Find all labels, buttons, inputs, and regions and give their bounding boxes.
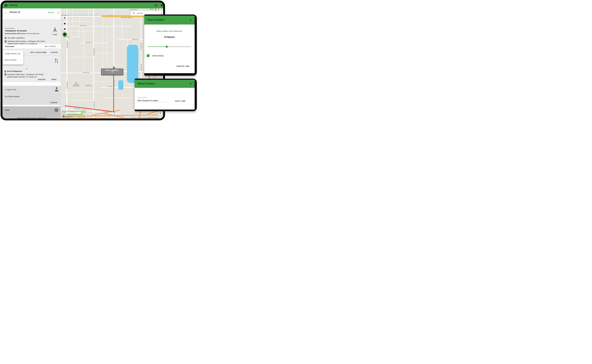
- street-label: NW 17th St: [83, 72, 89, 73]
- show-history-label: Show history: [152, 54, 164, 57]
- vehicle-marker-arrow-icon[interactable]: [112, 66, 115, 69]
- vehicle-tooltip[interactable]: VAN 24 - MAURICI... 5 mph: [101, 69, 123, 75]
- mapbox-logo-icon: ✶: [63, 115, 65, 117]
- traffic-vehicles-button[interactable]: [63, 21, 67, 26]
- track-point-time: Apr 1, 4:04 pm: [45, 46, 55, 47]
- show-history-checkbox[interactable]: ✓: [147, 54, 150, 57]
- fullscreen-button[interactable]: [63, 10, 67, 15]
- share-link-header: Share location ×: [135, 80, 195, 88]
- mapbox-logo: ✶ mapbox: [63, 115, 72, 117]
- route-address-line2: MIAMI-DADE COUNTY, FL 33182 US: [7, 76, 37, 78]
- poi-label: Sam's Club: [85, 84, 92, 86]
- attribution-links[interactable]: © Mapbox © OpenStreetMap: [130, 117, 147, 118]
- address-line1: Northwest 82nd Avenue - Northwest 17th S…: [8, 40, 45, 42]
- vehicle-panel-header: ← TRUCK 32 ONLINE: [2, 8, 61, 17]
- poi-label: WalmartSupercenter: [73, 82, 80, 86]
- street-label: NW 84th Ave: [93, 101, 95, 108]
- assign-button[interactable]: ASSIGN: [50, 102, 57, 104]
- street-label: NW 79th Ave: [141, 64, 142, 71]
- lake: [127, 45, 138, 83]
- street-label: NW 25th St Viaduct: [121, 17, 132, 18]
- fullscreen-icon: [64, 11, 66, 13]
- police-car-icon: [64, 22, 66, 25]
- close-icon[interactable]: ×: [189, 82, 191, 85]
- create-link-button[interactable]: CREATE LINK: [176, 65, 189, 67]
- geofence-layers-icon: [4, 37, 7, 39]
- comm-line: Communication with server: a few seconds…: [5, 33, 39, 34]
- notifications-bell-icon[interactable]: [160, 4, 163, 7]
- chevron-right-icon: ›: [57, 45, 58, 47]
- compass-north-icon: [160, 112, 161, 114]
- heading-arrow-icon: [53, 27, 57, 33]
- camera-shutter-icon: [54, 108, 59, 112]
- app-bar: Tracking: [2, 2, 163, 8]
- street-label: NW 87th Ave: [67, 41, 68, 48]
- canal-east: [150, 9, 153, 10]
- media-empty-text: There are no photos/videos captured yet: [2, 117, 61, 118]
- media-label: Media: [5, 109, 10, 111]
- street-label: NW 21st St: [132, 39, 139, 40]
- geofence-layers-icon: [4, 70, 7, 73]
- search-icon: [133, 12, 135, 14]
- menu-icon[interactable]: [5, 5, 7, 6]
- street-label: NW 87th Ave: [67, 82, 68, 89]
- close-icon[interactable]: ×: [189, 18, 191, 22]
- share-duration-card: Share location × Share location of the v…: [144, 14, 197, 76]
- track-point-row[interactable]: Track point Apr 1, 4:04 pm ›: [2, 44, 61, 48]
- dialog-title: Share location: [138, 82, 155, 85]
- status-badge: ONLINE: [48, 12, 54, 13]
- poi-dot-icon: [88, 84, 89, 84]
- search-kebab-menu-icon[interactable]: [161, 13, 162, 13]
- back-arrow-icon[interactable]: ←: [5, 11, 8, 14]
- current-status-card: Current Status Traveling for 44 minutes …: [2, 19, 61, 48]
- page: Tracking ← TRUCK 32 ONLINE: [0, 0, 197, 121]
- share-duration-header: Share location ×: [144, 16, 195, 25]
- shield-check-icon: [64, 33, 66, 36]
- route-hidden-text: n: [26, 68, 27, 70]
- map-compass-control[interactable]: [158, 112, 162, 116]
- street-label: NW 82nd Ave: [113, 80, 115, 88]
- share-link-card: Share location × Link to share https://p…: [135, 79, 197, 111]
- vehicle-kebab-menu-icon[interactable]: [58, 13, 58, 13]
- media-card: Media There are no photos/videos capture…: [2, 106, 61, 118]
- share-link-input[interactable]: https://pegasus1.pegas: [137, 99, 169, 102]
- port-of-departure: Port of Departure: [7, 70, 22, 72]
- headset-icon[interactable]: [154, 4, 157, 7]
- status-line: Traveling for 44 minutes: [5, 30, 27, 32]
- trips-button[interactable]: TRIPS: [51, 79, 57, 80]
- vehicle-tooltip-speed: 5 mph: [101, 71, 123, 73]
- menu-item-create-vehicle-link[interactable]: Create Vehicle Link: [3, 50, 23, 57]
- checkmark-icon: ✓: [147, 54, 149, 57]
- street-label: Universal Plaza: [129, 9, 137, 10]
- assigned-label: Assigned: None: [5, 89, 16, 91]
- vehicles-button[interactable]: [63, 27, 67, 31]
- safe-zone-shield-button[interactable]: [63, 32, 67, 37]
- locate-button-map[interactable]: [63, 16, 67, 20]
- duration-slider-thumb[interactable]: [166, 46, 168, 48]
- geofence-text: Not within a geofence.: [8, 37, 25, 39]
- street-label: NW 19th St: [86, 42, 92, 43]
- improve-map-link[interactable]: Improve this map: [147, 117, 158, 118]
- car-icon: [64, 28, 66, 30]
- locate-button[interactable]: LOCATE: [51, 52, 58, 53]
- street-label: NW 79th Ave: [141, 43, 142, 50]
- submenu-chevron-icon: ›: [20, 59, 21, 61]
- link-field-label: Link to share: [137, 97, 147, 98]
- location-pin-icon: [4, 73, 6, 76]
- track-point-label: Track point: [5, 46, 14, 47]
- menu-item-share-position[interactable]: Share position ›: [3, 57, 23, 63]
- compass-south-icon: [160, 114, 161, 115]
- share-dropdown-menu: Create Vehicle Link Share position ›: [3, 50, 23, 65]
- vehicle-tooltip-name: VAN 24 - MAURICI...: [101, 69, 123, 71]
- route-address-line1: Northwest 134th Place - Northwest 17th S…: [7, 73, 43, 76]
- search-input[interactable]: Search: [137, 12, 143, 14]
- set-safe-zone-button[interactable]: SET A SAFE ZONE: [30, 52, 47, 53]
- assigned-card: Assigned: None No Entity assigned ASSIGN: [2, 86, 61, 105]
- small-lake: [118, 80, 123, 90]
- share-prompt: Share location of the vehicle for:: [144, 30, 195, 32]
- shopping-cart-icon: [76, 82, 77, 83]
- location-pin-icon: [5, 40, 7, 43]
- person-icon: [54, 87, 59, 91]
- copy-link-button[interactable]: COPY LINK: [175, 100, 186, 102]
- routes-button[interactable]: ROUTES: [38, 79, 46, 80]
